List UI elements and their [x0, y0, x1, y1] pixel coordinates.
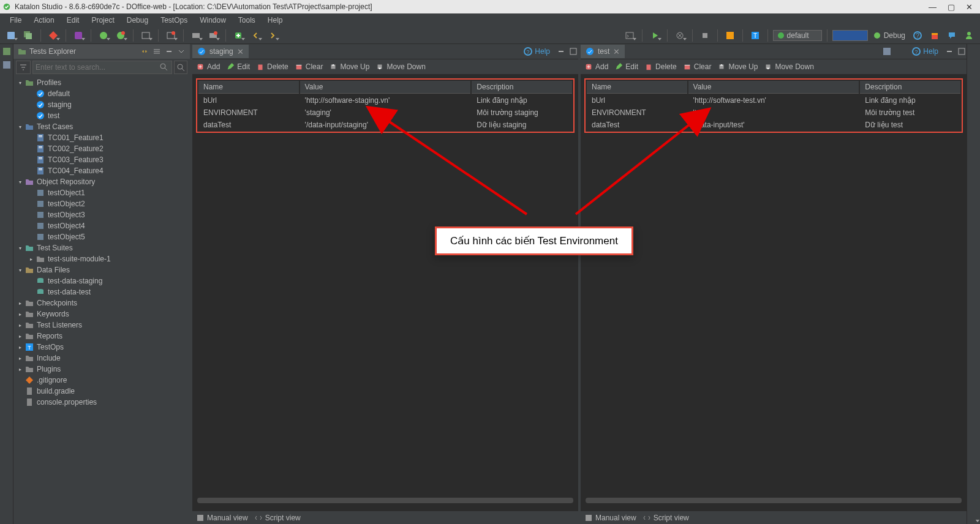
keyword-browser-icon[interactable] — [2, 60, 12, 70]
profile-selector[interactable]: default — [773, 30, 821, 41]
menu-edit[interactable]: Edit — [61, 15, 86, 26]
new-button[interactable] — [231, 29, 246, 42]
tree-node[interactable]: TC002_Feature2 — [13, 143, 190, 154]
table-cell[interactable]: '/data-input/test' — [688, 119, 859, 130]
menu-help[interactable]: Help — [262, 15, 289, 26]
tree-node[interactable]: TC003_Feature3 — [13, 154, 190, 165]
minimize-pane-icon[interactable] — [556, 47, 566, 56]
tree-node[interactable]: ▸test-suite-module-1 — [13, 253, 190, 264]
column-header[interactable]: Name — [198, 81, 299, 94]
tree-node[interactable]: ▾Profiles — [13, 77, 190, 88]
menu-action[interactable]: Action — [28, 15, 60, 26]
column-header[interactable]: Name — [587, 81, 687, 94]
script-view-tab[interactable]: Script view — [643, 514, 689, 522]
tree-node[interactable]: staging — [13, 99, 190, 110]
column-header[interactable]: Value — [688, 81, 859, 94]
record-web-button[interactable] — [71, 29, 86, 42]
column-header[interactable]: Description — [860, 81, 960, 94]
toolbar-clear-button[interactable]: Clear — [295, 62, 323, 71]
menu-debug[interactable]: Debug — [121, 15, 154, 26]
run-button[interactable] — [647, 29, 662, 42]
tree-node[interactable]: console.properties — [13, 397, 190, 408]
tree-node[interactable]: ▸Checkpoints — [13, 298, 190, 309]
table-cell[interactable]: Link đăng nhập — [860, 95, 960, 106]
tree-node[interactable]: build.gradle — [13, 386, 190, 397]
save-button[interactable] — [4, 29, 18, 42]
toolbar-add-button[interactable]: Add — [584, 62, 608, 71]
tree-node[interactable]: TC004_Feature4 — [13, 165, 190, 176]
tree-node[interactable]: ▾Data Files — [13, 264, 190, 275]
tree-node[interactable]: ▸Include — [13, 353, 190, 364]
table-cell[interactable]: bUrl — [587, 95, 687, 106]
table-cell[interactable]: Dữ liệu test — [860, 119, 960, 130]
editor-tab[interactable]: staging✕ — [192, 45, 249, 58]
table-cell[interactable]: Môi trường staging — [472, 107, 572, 118]
toolbar-move-up-button[interactable]: Move Up — [329, 62, 369, 71]
tree-node[interactable]: test-data-test — [13, 286, 190, 298]
explorer-tree[interactable]: ▾Profilesdefaultstagingtest▾Test CasesTC… — [13, 76, 190, 524]
editor-tab[interactable]: test✕ — [581, 45, 625, 58]
testops-icon[interactable]: T — [748, 29, 763, 42]
tree-node[interactable]: ▸Reports — [13, 331, 190, 342]
menu-testops[interactable]: TestOps — [154, 15, 194, 26]
toolbar-delete-button[interactable]: Delete — [644, 62, 677, 71]
column-header[interactable]: Description — [472, 81, 572, 94]
toolbar-edit-button[interactable]: Edit — [614, 62, 638, 71]
minimize-button[interactable]: — — [929, 2, 937, 12]
table-row[interactable]: ENVIRONMENT'test'Môi trường test — [587, 107, 960, 118]
column-header[interactable]: Value — [300, 81, 471, 94]
table-cell[interactable]: 'test' — [688, 107, 859, 118]
table-cell[interactable]: Link đăng nhập — [472, 95, 572, 106]
gift-icon[interactable] — [927, 29, 942, 42]
table-cell[interactable]: ENVIRONMENT — [198, 107, 299, 118]
record-mobile-button[interactable] — [113, 29, 128, 42]
tree-node[interactable]: ▾Object Repository — [13, 176, 190, 187]
table-cell[interactable]: bUrl — [198, 95, 299, 106]
spy-mobile-button[interactable] — [96, 29, 111, 42]
table-cell[interactable]: 'http://software-staging.vn' — [300, 95, 471, 106]
testcloud-button[interactable] — [723, 29, 737, 42]
view-menu-icon[interactable] — [176, 47, 186, 56]
toolbar-add-button[interactable]: Add — [196, 62, 220, 71]
maximize-button[interactable]: ▢ — [948, 2, 955, 12]
help-toolbar-icon[interactable]: ? — [910, 29, 925, 42]
horizontal-scrollbar[interactable] — [197, 498, 573, 503]
menu-project[interactable]: Project — [85, 15, 120, 26]
toolbar-move-down-button[interactable]: Move Down — [764, 62, 813, 71]
table-cell[interactable]: 'staging' — [300, 107, 471, 118]
tree-node[interactable]: ▸Plugins — [13, 364, 190, 375]
terminal-button[interactable] — [622, 29, 637, 42]
tree-node[interactable]: testObject4 — [13, 220, 190, 231]
spy-windows-button[interactable] — [138, 29, 153, 42]
tree-node[interactable]: ▸Keywords — [13, 309, 190, 320]
variables-table[interactable]: NameValueDescriptionbUrl'http://software… — [197, 80, 573, 132]
manual-view-tab[interactable]: Manual view — [196, 514, 248, 522]
table-row[interactable]: dataTest'/data-input/test'Dữ liệu test — [587, 119, 960, 130]
tree-node[interactable]: testObject2 — [13, 198, 190, 209]
api-test-button[interactable] — [189, 29, 203, 42]
close-button[interactable]: ✕ — [966, 2, 973, 12]
search-input[interactable] — [36, 63, 159, 72]
help-link[interactable]: ?Help — [524, 47, 550, 56]
script-view-tab[interactable]: Script view — [254, 514, 301, 522]
variables-table[interactable]: NameValueDescriptionbUrl'http://software… — [586, 80, 962, 132]
table-row[interactable]: bUrl'http://software-test.vn'Link đăng n… — [587, 95, 960, 106]
link-editor-icon[interactable] — [140, 47, 149, 56]
toolbar-delete-button[interactable]: Delete — [256, 62, 288, 71]
spy-web-button[interactable] — [46, 29, 61, 42]
table-cell[interactable]: ENVIRONMENT — [587, 107, 687, 118]
filter-button[interactable] — [16, 61, 31, 74]
tree-node[interactable]: ▾Test Cases — [13, 121, 190, 132]
table-cell[interactable]: 'http://software-test.vn' — [688, 95, 859, 106]
toolbar-move-down-button[interactable]: Move Down — [375, 62, 425, 71]
table-row[interactable]: ENVIRONMENT'staging'Môi trường staging — [198, 107, 572, 118]
toolbar-move-up-button[interactable]: Move Up — [717, 62, 758, 71]
forward-button[interactable] — [265, 29, 280, 42]
toolbar-edit-button[interactable]: Edit — [226, 62, 250, 71]
tree-node[interactable]: ▸TTestOps — [13, 342, 190, 353]
tree-node[interactable]: ▾Test Suites — [13, 242, 190, 253]
menu-window[interactable]: Window — [194, 15, 232, 26]
tree-node[interactable]: TC001_Feature1 — [13, 132, 190, 143]
advanced-search-button[interactable] — [174, 61, 187, 74]
tree-node[interactable]: test — [13, 110, 190, 121]
